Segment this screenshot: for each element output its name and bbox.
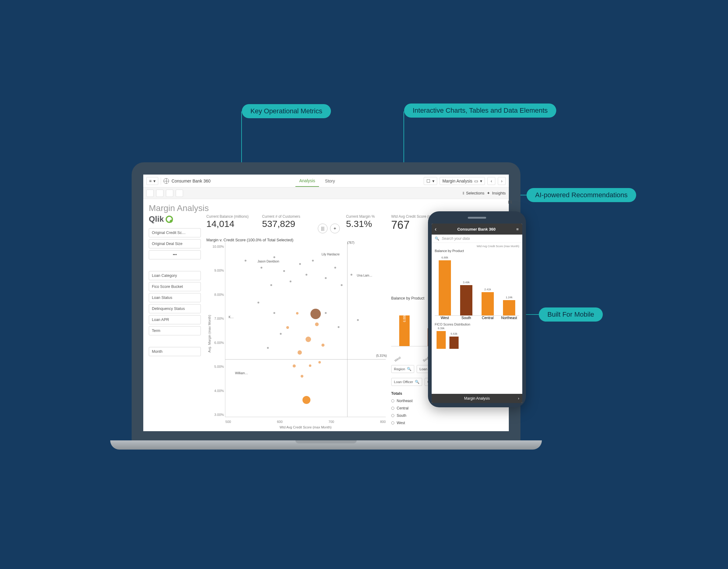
insights-icon: ✦ (487, 191, 490, 195)
pause-button[interactable]: ||| (318, 223, 328, 233)
scatter-yaxis: 10.00% 9.00% 8.00% 7.00% 6.00% 5.00% 4.0… (211, 242, 225, 425)
search-icon: 🔍 (407, 367, 411, 371)
scatter-annotation: (767) (347, 241, 354, 244)
phone-title: Consumer Bank 360 (457, 227, 496, 231)
selections-button[interactable]: ⦀Selections (463, 191, 484, 196)
prev-sheet-button[interactable]: ‹ (487, 177, 495, 185)
ytick: 4.00% (212, 389, 224, 393)
scatter-xlabel: Wtd Avg Credit Score (max Month) (225, 425, 386, 429)
ytick: 8.00% (212, 293, 224, 297)
lasso-tool-button[interactable] (146, 189, 154, 197)
back-button[interactable] (435, 226, 437, 232)
ytick: 6.00% (212, 341, 224, 345)
scatter-title: Margin v. Credit Score (100.0% of Total … (206, 233, 386, 242)
totals-label: Northeast (397, 399, 413, 403)
xtick: 600 (277, 420, 283, 424)
phone-footer-label: Margin Analysis (464, 396, 490, 401)
kpi-label-truncated: FI (508, 200, 509, 204)
filter-loan-apr[interactable]: Loan APR (149, 315, 201, 324)
filter-group-2: Loan Category Fico Score Bucket Loan Sta… (149, 271, 201, 335)
brand-logo: Qlik (149, 214, 201, 224)
radio-icon (391, 414, 394, 417)
step-forward-button[interactable] (166, 189, 173, 197)
chip-label: Loan Officer (394, 380, 413, 384)
chevron-down-icon: ▾ (153, 178, 156, 183)
filter-loan-category[interactable]: Loan Category (149, 271, 201, 280)
insights-label: Insights (492, 191, 506, 195)
insights-button[interactable]: ✦Insights (487, 191, 506, 195)
filter-group-3: Month (149, 347, 201, 356)
scatter-ylabel: Avg. Margin (max Month) (206, 315, 211, 353)
chip-region[interactable]: Region🔍 (391, 365, 414, 373)
kpi-label: Current Margin % (346, 214, 386, 219)
ytick: 9.00% (212, 268, 224, 272)
filter-original-credit-score[interactable]: Original Credit Sc… (149, 228, 201, 237)
phone-balance-chart[interactable]: 6.88k3.49k2.41k1.24k (435, 254, 519, 316)
xtick: 700 (328, 420, 334, 424)
filter-original-deal-size[interactable]: Original Deal Size (149, 239, 201, 248)
totals-label: South (397, 414, 406, 418)
chevron-down-icon: ▾ (480, 178, 482, 183)
ytick: 10.00% (212, 245, 224, 248)
nav-menu-button[interactable]: ≡▾ (146, 177, 158, 185)
search-icon: 🔍 (415, 380, 419, 384)
chip-loan-officer[interactable]: Loan Officer🔍 (391, 378, 422, 386)
totals-row-south[interactable]: South (391, 414, 503, 418)
hamburger-icon: ≡ (149, 178, 152, 183)
phone-footer[interactable]: Margin Analysis (432, 394, 522, 403)
globe-icon (163, 178, 169, 184)
phone-search[interactable]: 🔍 Search your data (432, 234, 522, 243)
kpi-balance: Current Balance (millions) 14,014 (206, 214, 256, 229)
phone-fico-chart[interactable]: 8.39k5.53k (435, 328, 519, 349)
callout-charts: Interactive Charts, Tables and Data Elem… (404, 103, 556, 118)
qlik-q-icon (166, 215, 173, 223)
bookmark-button[interactable]: ☐▾ (424, 177, 437, 185)
kpi-label: Current Balance (millions) (206, 214, 256, 219)
scatter-annotation: Una Lam… (357, 274, 373, 277)
scatter-plot[interactable]: (767) Jason Davidson Lily Hardacre Una L… (225, 242, 386, 417)
sheet-icon: ▭ (474, 178, 478, 183)
radio-icon (391, 421, 394, 425)
kpi-value: 537,829 (262, 219, 312, 229)
phone-balance-title: Balance by Product (435, 249, 519, 253)
brand-text: Qlik (149, 214, 164, 224)
next-sheet-button[interactable]: › (498, 177, 506, 185)
filter-term[interactable]: Term (149, 326, 201, 335)
kpi-value: 5.31% (346, 219, 386, 229)
filter-month[interactable]: Month (149, 347, 201, 356)
clear-selections-button[interactable] (176, 189, 183, 197)
callout-metrics: Key Operational Metrics (242, 104, 331, 118)
ytick: 3.00% (212, 413, 224, 417)
totals-row-west[interactable]: West (391, 421, 503, 425)
lasso-button[interactable]: ✦ (330, 223, 340, 233)
app-topbar: ≡▾ Consumer Bank 360 Analysis Story ☐▾ M… (143, 174, 509, 187)
search-icon: 🔍 (435, 236, 439, 241)
callout-mobile: Built For Mobile (539, 308, 603, 322)
chevron-right-icon: › (501, 178, 503, 183)
scatter-xaxis: 500 600 700 800 (225, 420, 386, 424)
xtick: 800 (380, 420, 385, 424)
filter-loan-status[interactable]: Loan Status (149, 293, 201, 302)
sheet-picker-label: Margin Analysis (442, 178, 472, 183)
totals-label: West (397, 421, 405, 425)
bookmark-icon: ☐ (426, 178, 430, 183)
filter-fico-bucket[interactable]: Fico Score Bucket (149, 282, 201, 291)
phone-fico-title: FICO Scores Distribution (435, 323, 519, 326)
filter-delinquency[interactable]: Delinquency Status (149, 304, 201, 313)
app-secondary-bar: ⦀Selections ✦Insights (143, 187, 509, 199)
hamburger-icon[interactable]: ≡ (516, 227, 519, 231)
phone-balance-categories: WestSouthCentralNortheast (435, 316, 519, 320)
totals-label: Central (397, 406, 409, 410)
callout-ai: AI-powered Recommendations (527, 188, 636, 202)
tab-story[interactable]: Story (321, 175, 339, 186)
ytick: 5.00% (212, 365, 224, 369)
kpi-value: 14,014 (206, 219, 256, 229)
tab-analysis[interactable]: Analysis (295, 175, 319, 187)
filter-more[interactable]: ••• (149, 250, 201, 259)
step-back-button[interactable] (156, 189, 163, 197)
sheet-picker[interactable]: Margin Analysis▭▾ (440, 177, 485, 185)
scatter-annotation: William… (235, 372, 248, 375)
scatter-annotation: Lily Hardacre (321, 253, 340, 256)
xtick: 500 (225, 420, 231, 424)
scatter-annotation: (5.31%) (376, 354, 387, 358)
